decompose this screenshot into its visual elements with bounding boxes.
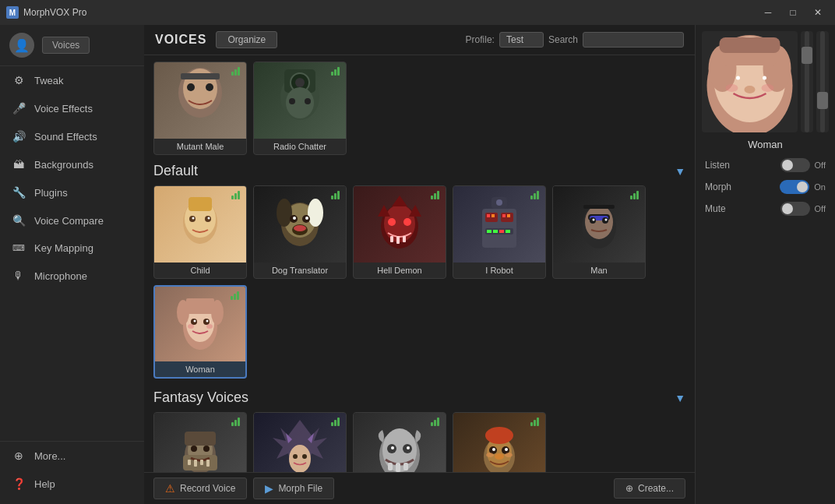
morph-file-label: Morph File	[278, 483, 322, 494]
morph-label: Morph	[705, 182, 731, 192]
profile-label: Profile:	[466, 34, 495, 45]
voice-card-woman[interactable]: Woman	[153, 285, 247, 379]
svg-rect-45	[507, 214, 510, 217]
listen-state: Off	[815, 160, 826, 170]
morph-file-button[interactable]: ▶ Morph File	[253, 478, 334, 499]
voice-label-hell-demon: Hell Demon	[354, 266, 446, 275]
profile-select[interactable]: Test	[499, 32, 544, 48]
svg-point-59	[593, 219, 595, 221]
window-controls: ─ □ ✕	[757, 5, 829, 20]
organize-button[interactable]: Organize	[216, 31, 277, 48]
preview-vertical-slider-2[interactable]	[816, 31, 829, 132]
create-label: Create...	[638, 483, 674, 494]
preview-vertical-slider-1[interactable]	[801, 31, 813, 132]
default-collapse-icon[interactable]: ▼	[675, 165, 685, 178]
content-footer: ⚠ Record Voice ▶ Morph File ⊕ Create...	[144, 472, 695, 504]
listen-label: Listen	[705, 160, 730, 171]
voice-label-mutant-male: Mutant Male	[154, 142, 246, 151]
sidebar-item-key-mapping[interactable]: ⌨ Key Mapping	[0, 234, 144, 262]
slider-thumb-2	[817, 92, 828, 109]
profile-group: Profile: Test Search	[466, 32, 684, 48]
listen-control: Listen Off	[702, 158, 829, 172]
voice-compare-icon: 🔍	[11, 214, 26, 227]
create-button[interactable]: ⊕ Create...	[614, 478, 685, 499]
voice-signal-giant	[431, 418, 439, 426]
sidebar-item-label-more: More...	[34, 450, 65, 462]
voice-signal-robot	[530, 191, 539, 199]
svg-point-2	[187, 83, 195, 91]
voice-card-i-robot[interactable]: I Robot	[453, 185, 546, 279]
sidebar-item-label-tweak: Tweak	[34, 75, 64, 86]
voices-badge[interactable]: Voices	[42, 37, 90, 54]
voice-card-giant[interactable]: Giant	[353, 412, 446, 472]
sidebar-item-help[interactable]: ❓ Help	[0, 470, 144, 498]
default-section-title: Default	[153, 163, 198, 179]
mute-label: Mute	[705, 203, 726, 214]
svg-point-104	[505, 448, 508, 451]
record-voice-button[interactable]: ⚠ Record Voice	[153, 478, 247, 499]
svg-rect-95	[388, 463, 393, 471]
mute-toggle[interactable]: Off	[780, 202, 826, 216]
morph-toggle[interactable]: On	[780, 180, 826, 194]
svg-point-3	[206, 83, 213, 91]
svg-point-105	[495, 453, 504, 460]
sidebar-item-tweak[interactable]: ⚙ Tweak	[0, 66, 144, 94]
fantasy-collapse-icon[interactable]: ▼	[675, 392, 685, 404]
svg-rect-50	[506, 230, 510, 233]
sidebar-item-label-sound-effects: Sound Effects	[34, 131, 97, 143]
svg-point-11	[305, 98, 311, 104]
default-section-header: Default ▼	[153, 163, 685, 179]
app-title: MorphVOX Pro	[23, 7, 86, 18]
voice-card-mutant-male[interactable]: Mutant Male	[153, 62, 247, 155]
more-icon: ⊕	[11, 449, 26, 462]
voice-card-hell-demon[interactable]: Hell Demon	[353, 185, 446, 279]
svg-rect-41	[487, 214, 490, 217]
voice-card-child[interactable]: Child	[153, 185, 247, 279]
svg-point-22	[308, 199, 323, 227]
svg-point-107	[505, 453, 513, 457]
voice-card-nasty-gnome[interactable]: Nasty Gnome	[453, 412, 546, 472]
search-input[interactable]	[583, 32, 684, 48]
svg-rect-44	[502, 214, 506, 217]
minimize-button[interactable]: ─	[757, 5, 779, 20]
voice-card-man[interactable]: Man	[552, 185, 646, 279]
svg-point-54	[585, 205, 613, 239]
svg-rect-79	[188, 460, 191, 465]
voice-card-dwarf[interactable]: Dwarf	[153, 412, 247, 472]
key-mapping-icon: ⌨	[11, 243, 26, 253]
sidebar-item-plugins[interactable]: 🔧 Plugins	[0, 178, 144, 206]
svg-point-115	[736, 76, 740, 80]
sidebar-item-label-help: Help	[34, 478, 55, 490]
voice-card-dog-translator[interactable]: Dog Translator	[253, 185, 347, 279]
voice-effects-icon: 🎤	[11, 102, 26, 115]
sidebar-item-voice-compare[interactable]: 🔍 Voice Compare	[0, 206, 144, 234]
svg-rect-61	[583, 205, 615, 209]
listen-toggle[interactable]: Off	[780, 158, 826, 172]
svg-point-106	[486, 453, 494, 457]
voice-card-radio-chatter[interactable]: Radio Chatter	[253, 62, 347, 155]
sidebar-item-more[interactable]: ⊕ More...	[0, 442, 144, 470]
user-avatar: 👤	[9, 33, 34, 58]
sidebar-item-microphone[interactable]: 🎙 Microphone	[0, 262, 144, 290]
sidebar-item-voice-effects[interactable]: 🎤 Voice Effects	[0, 94, 144, 122]
svg-point-72	[206, 324, 213, 329]
mute-toggle-track[interactable]	[780, 202, 810, 216]
morph-toggle-track[interactable]	[780, 180, 809, 194]
sidebar-item-sound-effects[interactable]: 🔊 Sound Effects	[0, 122, 144, 150]
listen-toggle-track[interactable]	[780, 158, 810, 172]
close-button[interactable]: ✕	[807, 5, 829, 20]
svg-point-84	[289, 445, 311, 472]
svg-rect-113	[720, 37, 780, 53]
svg-rect-37	[396, 236, 400, 244]
sidebar-item-backgrounds[interactable]: 🏔 Backgrounds	[0, 150, 144, 178]
svg-point-86	[302, 454, 307, 459]
svg-rect-4	[181, 73, 220, 79]
maximize-button[interactable]: □	[782, 5, 804, 20]
svg-point-71	[188, 324, 194, 329]
voice-card-female-pixie[interactable]: Female Pixie	[253, 412, 347, 472]
sidebar-item-label-plugins: Plugins	[34, 187, 68, 199]
fantasy-voices-grid: Dwarf	[153, 412, 685, 472]
voice-signal-dog	[331, 191, 340, 199]
svg-marker-33	[392, 196, 407, 206]
title-bar-left: M MorphVOX Pro	[6, 6, 86, 19]
